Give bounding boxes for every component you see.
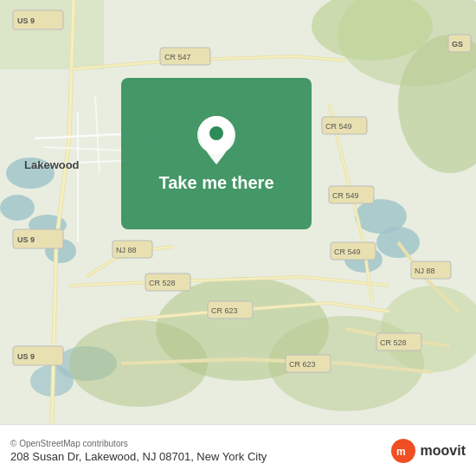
svg-point-46 bbox=[209, 126, 223, 140]
map-container: US 9 US 9 US 9 CR 547 NJ 88 CR 528 CR 62… bbox=[0, 0, 476, 424]
svg-text:CR 549: CR 549 bbox=[332, 191, 359, 200]
take-me-there-button[interactable]: Take me there bbox=[121, 78, 312, 229]
svg-text:GS: GS bbox=[452, 40, 463, 48]
take-me-there-label: Take me there bbox=[158, 173, 273, 193]
us9-top-label: US 9 bbox=[17, 16, 35, 25]
moovit-text: moovit bbox=[421, 443, 466, 459]
svg-text:NJ 88: NJ 88 bbox=[116, 246, 137, 254]
osm-attribution: © OpenStreetMap contributors bbox=[10, 439, 267, 448]
map-pin-icon bbox=[196, 114, 237, 166]
svg-text:NJ 88: NJ 88 bbox=[415, 267, 435, 275]
svg-text:CR 528: CR 528 bbox=[380, 338, 407, 347]
svg-text:CR 623: CR 623 bbox=[289, 360, 316, 369]
svg-text:CR 528: CR 528 bbox=[149, 279, 176, 287]
svg-text:CR 549: CR 549 bbox=[334, 248, 361, 256]
address-text: 208 Susan Dr, Lakewood, NJ 08701, New Yo… bbox=[10, 450, 267, 463]
svg-text:CR 623: CR 623 bbox=[211, 306, 238, 315]
footer-left: © OpenStreetMap contributors 208 Susan D… bbox=[10, 439, 267, 463]
svg-text:US 9: US 9 bbox=[17, 352, 35, 361]
svg-text:m: m bbox=[396, 446, 406, 458]
lakewood-label: Lakewood bbox=[24, 158, 80, 171]
svg-text:CR 547: CR 547 bbox=[164, 53, 191, 61]
svg-point-6 bbox=[0, 195, 35, 221]
moovit-logo: m moovit bbox=[389, 437, 466, 465]
footer: © OpenStreetMap contributors 208 Susan D… bbox=[0, 424, 476, 476]
moovit-icon: m bbox=[389, 437, 417, 465]
svg-text:CR 549: CR 549 bbox=[325, 122, 352, 131]
svg-text:US 9: US 9 bbox=[17, 235, 35, 244]
